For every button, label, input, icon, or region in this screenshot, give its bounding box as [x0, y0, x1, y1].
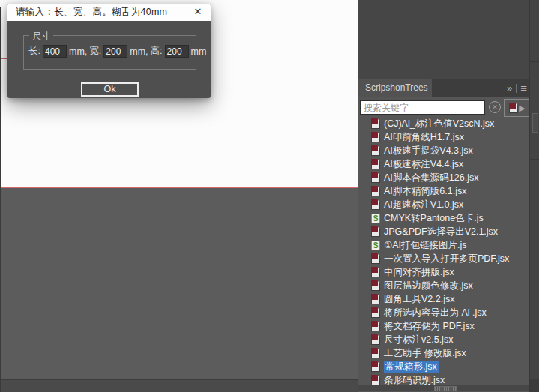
- height-label: 高:: [151, 45, 163, 58]
- script-file-icon: [371, 159, 380, 169]
- list-item[interactable]: AI印前角线H1.7.jsx: [358, 130, 529, 144]
- list-item[interactable]: 中间对齐拼版.jsx: [358, 265, 529, 279]
- list-item[interactable]: 将文档存储为 PDF.jsx: [358, 319, 529, 333]
- dock-strip-divider: [530, 25, 539, 25]
- width-unit: mm,: [130, 46, 148, 57]
- size-group-label: 尺寸: [29, 30, 53, 43]
- dock-strip-bottom: [530, 379, 539, 392]
- script-file-icon: [371, 348, 380, 358]
- script-name: AI超速标注V1.0.jsx: [384, 199, 463, 211]
- horizontal-scrollbar[interactable]: [358, 385, 529, 391]
- clear-search-icon[interactable]: ✕: [489, 101, 501, 113]
- script-file-icon: [371, 132, 380, 142]
- list-item[interactable]: (CJ)Ai_标注色值V2scN.jsx: [358, 117, 529, 130]
- script-file-icon: [371, 118, 380, 129]
- script-name: 图层描边颜色修改.jsx: [384, 280, 473, 292]
- list-item[interactable]: AI脚本精简版6.1.jsx: [358, 184, 529, 198]
- script-name: ①AI打包链接图片.js: [384, 239, 467, 252]
- script-name: AI极速手提袋V4.3.jsx: [384, 145, 473, 157]
- vertical-scrollbar-thumb[interactable]: [532, 113, 538, 133]
- list-item[interactable]: 常规箱形.jsx: [358, 360, 529, 373]
- play-icon: ▶: [519, 104, 525, 112]
- script-name: 将文档存储为 PDF.jsx: [384, 320, 475, 333]
- script-file-icon: [371, 280, 380, 291]
- canvas-bottom-edge: [0, 379, 358, 392]
- width-field[interactable]: [103, 45, 127, 58]
- script-name: JPG&PDF选择导出V2.1.jsx: [384, 226, 498, 238]
- script-name: 一次置入导入打开多页PDF.jsx: [384, 253, 509, 265]
- script-file-icon: [371, 267, 380, 277]
- header-divider: [516, 84, 517, 93]
- script-file-icon: S: [371, 241, 380, 250]
- length-field[interactable]: [43, 45, 67, 58]
- dialog-title: 请输入：长、宽、高。糊舌为40mm: [7, 6, 167, 19]
- script-name: 圆角工具V2.2.jsx: [384, 293, 454, 306]
- script-file-icon: [371, 145, 380, 156]
- guide-line-horizontal-3: [0, 187, 358, 188]
- panel-body: ✕ ▶ (CJ)Ai_标注色值V2scN.jsx AI印前角线H1.7.jsx: [358, 97, 529, 392]
- collapse-panel-icon[interactable]: »: [507, 82, 512, 94]
- height-field[interactable]: [165, 45, 189, 58]
- script-name: AI极速标注V4.4.jsx: [384, 158, 463, 171]
- script-list: (CJ)Ai_标注色值V2scN.jsx AI印前角线H1.7.jsx AI极速…: [358, 117, 529, 385]
- search-input[interactable]: [360, 100, 485, 115]
- script-file-icon: [371, 375, 380, 385]
- script-file-icon: S: [371, 214, 380, 223]
- guide-line-vertical-1: [133, 100, 133, 188]
- list-item[interactable]: 圆角工具V2.2.jsx: [358, 292, 529, 306]
- window-left-edge: [0, 7, 1, 392]
- panel-menu-icon[interactable]: ≡: [520, 82, 527, 94]
- script-file-icon: [371, 294, 380, 304]
- list-item[interactable]: 工艺助手 修改版.jsx: [358, 346, 529, 360]
- script-file-icon: [371, 226, 380, 237]
- list-item[interactable]: AI脚本合集源码126.jsx: [358, 171, 529, 184]
- list-item[interactable]: 尺寸标注v2.5.jsx: [358, 333, 529, 346]
- width-label: 宽:: [89, 45, 101, 58]
- list-item[interactable]: S CMYK转Pantone色卡.js: [358, 211, 529, 225]
- script-name: 中间对齐拼版.jsx: [384, 266, 454, 279]
- list-item[interactable]: AI极速手提袋V4.3.jsx: [358, 144, 529, 157]
- list-item[interactable]: AI超速标注V1.0.jsx: [358, 198, 529, 211]
- list-item[interactable]: JPG&PDF选择导出V2.1.jsx: [358, 225, 529, 238]
- script-file-icon: [371, 321, 380, 331]
- dialog-titlebar[interactable]: 请输入：长、宽、高。糊舌为40mm ✕: [7, 4, 211, 21]
- list-item[interactable]: AI极速标注V4.4.jsx: [358, 157, 529, 171]
- list-item[interactable]: S ①AI打包链接图片.js: [358, 238, 529, 252]
- script-name: AI印前角线H1.7.jsx: [384, 131, 464, 144]
- list-item[interactable]: 一次置入导入打开多页PDF.jsx: [358, 252, 529, 265]
- dock-strip: [529, 0, 539, 392]
- script-file-icon: [371, 334, 380, 345]
- script-file-icon: [371, 307, 380, 318]
- script-name: 工艺助手 修改版.jsx: [384, 347, 466, 360]
- script-file-icon: [371, 172, 380, 183]
- size-groupbox: 尺寸 长: mm, 宽: mm, 高: mm: [23, 35, 196, 70]
- run-script-button[interactable]: ▶: [504, 99, 531, 117]
- horizontal-scrollbar-thumb[interactable]: [434, 386, 457, 391]
- input-dialog: 请输入：长、宽、高。糊舌为40mm ✕ 尺寸 长: mm, 宽: mm, 高: …: [7, 4, 211, 98]
- dock-strip-divider: [530, 159, 539, 160]
- script-name: 常规箱形.jsx: [384, 361, 439, 373]
- application-window: 请输入：长、宽、高。糊舌为40mm ✕ 尺寸 长: mm, 宽: mm, 高: …: [0, 0, 539, 392]
- script-name: CMYK转Pantone色卡.js: [384, 212, 484, 225]
- script-name: 尺寸标注v2.5.jsx: [384, 334, 453, 346]
- ok-button[interactable]: Ok: [81, 82, 139, 97]
- scripts-panel: ScripshonTrees » ≡ ✕ ▶ (CJ)Ai_标注色值V2scN.…: [358, 0, 529, 392]
- dock-strip-divider: [530, 61, 539, 62]
- pasteboard: [0, 188, 358, 392]
- list-item[interactable]: 条形码识别.jsx: [358, 373, 529, 385]
- script-file-icon: [371, 199, 380, 210]
- script-name: 将所选内容导出为 Ai .jsx: [384, 307, 487, 319]
- close-icon[interactable]: ✕: [191, 5, 205, 19]
- panel-header-icons: » ≡: [507, 79, 527, 97]
- dimension-fields-row: 长: mm, 宽: mm, 高: mm: [28, 45, 206, 58]
- script-name: 条形码识别.jsx: [384, 374, 445, 385]
- list-item[interactable]: 将所选内容导出为 Ai .jsx: [358, 306, 529, 319]
- script-file-icon: [371, 186, 380, 196]
- list-item[interactable]: 图层描边颜色修改.jsx: [358, 279, 529, 292]
- length-label: 长:: [28, 45, 40, 58]
- script-name: (CJ)Ai_标注色值V2scN.jsx: [384, 118, 494, 130]
- script-file-icon: [371, 361, 380, 372]
- tab-scripshontrees[interactable]: ScripshonTrees: [358, 79, 432, 97]
- script-name: AI脚本精简版6.1.jsx: [384, 185, 466, 198]
- script-file-icon: [371, 253, 380, 264]
